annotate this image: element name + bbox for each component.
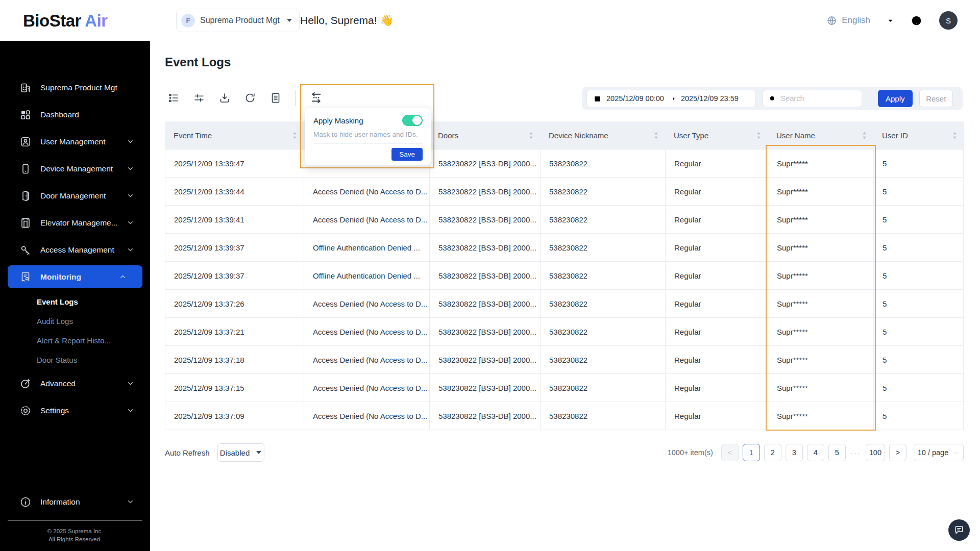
date-range-picker[interactable]: 2025/12/09 00:00 2025/12/09 23:59 (586, 90, 756, 107)
auto-refresh-select[interactable]: Disabled (217, 443, 264, 462)
search-input[interactable] (781, 94, 852, 103)
cell-user-id: 5 (874, 346, 964, 373)
sidebar-item-information[interactable]: Information (0, 488, 150, 515)
pagination-ellipsis: ··· (850, 449, 862, 457)
user-avatar[interactable]: S (939, 11, 958, 30)
sort-icon (292, 132, 297, 139)
info-icon (19, 496, 32, 508)
cell-event-time: 2025/12/09 13:37:09 (165, 402, 304, 430)
column-header[interactable]: Doors (429, 121, 540, 149)
cell-device-nickname: 538230822 (541, 346, 666, 373)
sidebar-nav-bottom: Advanced Settings (0, 370, 150, 424)
table-row: 2025/12/09 13:39:37 Offline Authenticati… (165, 234, 963, 262)
search-box (763, 90, 863, 107)
cell-user-name: Supr***** (768, 402, 874, 430)
toggle-knob (412, 116, 422, 125)
sidebar: Suprema Product Mgt Dashboard User Manag… (0, 41, 150, 551)
masking-button[interactable] (309, 91, 323, 105)
language-selector[interactable]: English (826, 15, 895, 26)
column-header[interactable]: User Name (768, 121, 873, 149)
sort-icon (862, 132, 867, 139)
apply-masking-toggle[interactable] (402, 115, 423, 126)
cell-user-type: Regular (666, 290, 768, 317)
column-label: User Name (776, 131, 815, 140)
sidebar-item-icon (19, 217, 32, 229)
cell-event: Offline Authentication Denied ... (304, 262, 430, 289)
table-footer: Auto Refresh Disabled 1000+ item(s) < 1 … (165, 443, 964, 462)
chevron-icon (126, 218, 135, 227)
page-button[interactable]: 1 (743, 444, 760, 461)
sidebar-item-label: Information (40, 497, 80, 507)
download-button[interactable] (218, 92, 231, 104)
page-button[interactable]: 2 (764, 444, 781, 461)
sidebar-item[interactable]: Dashboard (0, 101, 150, 128)
page-button[interactable]: 3 (786, 444, 803, 461)
cell-event: Offline Authentication Denied ... (304, 234, 430, 261)
prev-page-button[interactable]: < (721, 444, 739, 461)
page-button[interactable]: 5 (828, 444, 846, 461)
column-header[interactable]: User Type (665, 121, 768, 149)
globe-icon (826, 15, 837, 26)
cell-user-id: 5 (874, 178, 964, 205)
page-size-select[interactable]: 10 / page (914, 444, 964, 461)
sidebar-subitem[interactable]: Door Status (0, 350, 150, 370)
logo-biostar: BioStar (23, 11, 81, 30)
filter-settings-button[interactable] (193, 92, 205, 104)
sidebar-item[interactable]: Elevator Manageme... (0, 209, 150, 236)
cell-user-id: 5 (874, 402, 964, 430)
cell-user-id: 5 (874, 206, 964, 233)
calendar-icon (593, 94, 602, 103)
sidebar-nav-top: Suprema Product Mgt Dashboard User Manag… (0, 41, 150, 288)
sidebar-item-label: Door Management (40, 191, 106, 201)
masking-highlight-box: Apply Masking Mask to hide user names an… (300, 84, 434, 168)
column-header[interactable]: Device Nickname (540, 121, 665, 149)
column-settings-button[interactable] (167, 92, 180, 104)
sidebar-item[interactable]: Access Management (0, 236, 150, 263)
copyright: © 2025 Suprema Inc. All Rights Reserved. (0, 527, 150, 543)
chat-support-button[interactable] (948, 519, 970, 541)
sidebar-item[interactable]: Door Management (0, 182, 150, 209)
sidebar-item[interactable]: User Management (0, 128, 150, 155)
column-header[interactable]: Event Time (165, 121, 304, 149)
help-icon[interactable] (910, 14, 923, 27)
sidebar-item[interactable]: Suprema Product Mgt (0, 74, 150, 101)
cell-user-name: Supr***** (768, 178, 874, 205)
cell-event-time: 2025/12/09 13:37:21 (165, 318, 304, 345)
save-button[interactable]: Save (391, 148, 423, 161)
monitoring-submenu: Event Logs Audit Logs Alert & Report His… (0, 290, 150, 370)
table-row: 2025/12/09 13:37:18 Access Denied (No Ac… (165, 346, 963, 374)
refresh-button[interactable] (244, 92, 256, 104)
page-button[interactable]: 4 (807, 444, 824, 461)
sidebar-item[interactable]: Monitoring (8, 265, 142, 288)
sidebar-item-icon (19, 109, 32, 121)
cell-event: Access Denied (No Access to D... (304, 318, 430, 345)
sort-icon (756, 132, 761, 139)
cell-event: Access Denied (No Access to D... (304, 402, 430, 430)
sidebar-item-label: Elevator Manageme... (40, 218, 118, 228)
sidebar-item[interactable]: Advanced (0, 370, 150, 397)
last-page-button[interactable]: 100 (866, 444, 885, 461)
org-selector[interactable]: F Suprema Product Mgt (176, 9, 300, 32)
column-header[interactable]: User ID (873, 121, 964, 149)
reset-button[interactable]: Reset (919, 90, 953, 107)
sidebar-subitem[interactable]: Event Logs (0, 292, 150, 312)
chevron-down-icon[interactable] (886, 16, 895, 25)
sidebar-subitem[interactable]: Alert & Report Histo... (0, 331, 150, 350)
sidebar-item[interactable]: Device Management (0, 155, 150, 182)
table-toolbar (167, 89, 296, 107)
sidebar-item-icon (19, 244, 32, 256)
cell-user-name: Supr***** (768, 290, 874, 317)
copyright-line1: © 2025 Suprema Inc. (0, 527, 150, 535)
sidebar-item[interactable]: Settings (0, 397, 150, 424)
next-page-button[interactable]: > (889, 444, 906, 461)
apply-button[interactable]: Apply (878, 90, 912, 107)
chevron-icon (126, 137, 135, 146)
table-row: 2025/12/09 13:37:15 Access Denied (No Ac… (165, 374, 963, 402)
report-button[interactable] (270, 92, 282, 104)
table-row: 2025/12/09 13:39:41 Access Denied (No Ac… (165, 206, 963, 234)
cell-doors: 538230822 [BS3-DB] 2000... (430, 402, 541, 430)
sidebar-subitem[interactable]: Audit Logs (0, 312, 150, 331)
auto-refresh-value: Disabled (220, 448, 250, 457)
cell-device-nickname: 538230822 (541, 206, 666, 233)
cell-event: Access Denied (No Access to D... (304, 290, 430, 317)
